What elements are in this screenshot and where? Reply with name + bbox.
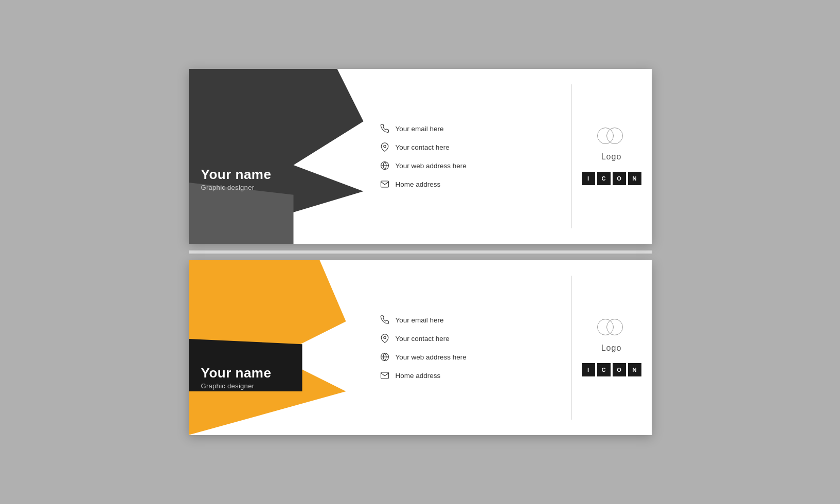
svg-point-0 xyxy=(383,145,386,148)
phone-item-orange: Your contact here xyxy=(379,333,561,344)
left-panel-dark: Your name Graphic designer xyxy=(189,69,364,244)
card-subtitle-orange: Graphic designer xyxy=(201,382,272,390)
icon-box-I-dark: I xyxy=(582,172,595,185)
phone-item-dark: Your contact here xyxy=(379,141,561,153)
phone-icon-orange xyxy=(379,314,390,326)
phone-icon-dark xyxy=(379,123,390,134)
card-separator xyxy=(189,250,652,254)
icon-box-O-dark: O xyxy=(613,172,626,185)
logo-text-orange: Logo xyxy=(601,344,622,353)
icon-row-orange: I C O N xyxy=(582,363,641,376)
icon-row-dark: I C O N xyxy=(582,172,641,185)
right-panel-orange: Your email here Your contact here Your w… xyxy=(364,260,652,435)
business-card-orange: Your name Graphic designer Your email he… xyxy=(189,260,652,435)
logo-section-dark: Logo I C O N xyxy=(571,128,641,185)
business-card-dark: Your name Graphic designer Your email he… xyxy=(189,69,652,244)
location-icon-dark xyxy=(379,141,390,153)
address-text-dark: Home address xyxy=(396,181,441,188)
address-text-orange: Home address xyxy=(396,372,441,380)
name-block-dark: Your name Graphic designer xyxy=(201,167,272,191)
contact-section-dark: Your email here Your contact here Your w… xyxy=(379,123,571,190)
name-block-orange: Your name Graphic designer xyxy=(201,365,272,390)
location-icon-orange xyxy=(379,333,390,344)
logo-circles-orange xyxy=(597,319,626,339)
contact-section-orange: Your email here Your contact here Your w… xyxy=(379,314,571,381)
icon-box-N-orange: N xyxy=(628,363,641,376)
email-text-orange: Your email here xyxy=(396,316,444,324)
logo-circle-right-dark xyxy=(606,128,623,144)
card-name-orange: Your name xyxy=(201,365,272,381)
logo-circles-dark xyxy=(597,128,626,148)
card-name-dark: Your name xyxy=(201,167,272,183)
address-item-orange: Home address xyxy=(379,370,561,381)
web-item-orange: Your web address here xyxy=(379,351,561,363)
address-item-dark: Home address xyxy=(379,178,561,190)
email-item-orange: Your email here xyxy=(379,314,561,326)
card-subtitle-dark: Graphic designer xyxy=(201,184,272,191)
right-panel-dark: Your email here Your contact here Your w… xyxy=(364,69,652,244)
mail-icon-dark xyxy=(379,178,390,190)
mail-icon-orange xyxy=(379,370,390,381)
web-icon-orange xyxy=(379,351,390,363)
icon-box-O-orange: O xyxy=(613,363,626,376)
icon-box-I-orange: I xyxy=(582,363,595,376)
phone-text-orange: Your contact here xyxy=(396,335,450,343)
web-item-dark: Your web address here xyxy=(379,160,561,171)
email-item-dark: Your email here xyxy=(379,123,561,134)
web-text-orange: Your web address here xyxy=(396,353,467,361)
logo-circle-right-orange xyxy=(606,319,623,335)
web-icon-dark xyxy=(379,160,390,171)
logo-text-dark: Logo xyxy=(601,152,622,161)
logo-area-dark: Logo xyxy=(597,128,626,161)
phone-text-dark: Your contact here xyxy=(396,143,450,151)
left-panel-orange: Your name Graphic designer xyxy=(189,260,364,435)
cards-wrapper: Your name Graphic designer Your email he… xyxy=(189,69,652,435)
icon-box-C-dark: C xyxy=(597,172,611,185)
icon-box-N-dark: N xyxy=(628,172,641,185)
email-text-dark: Your email here xyxy=(396,125,444,133)
svg-point-3 xyxy=(383,336,386,339)
icon-box-C-orange: C xyxy=(597,363,611,376)
logo-area-orange: Logo xyxy=(597,319,626,353)
web-text-dark: Your web address here xyxy=(396,162,467,170)
logo-section-orange: Logo I C O N xyxy=(571,319,641,376)
